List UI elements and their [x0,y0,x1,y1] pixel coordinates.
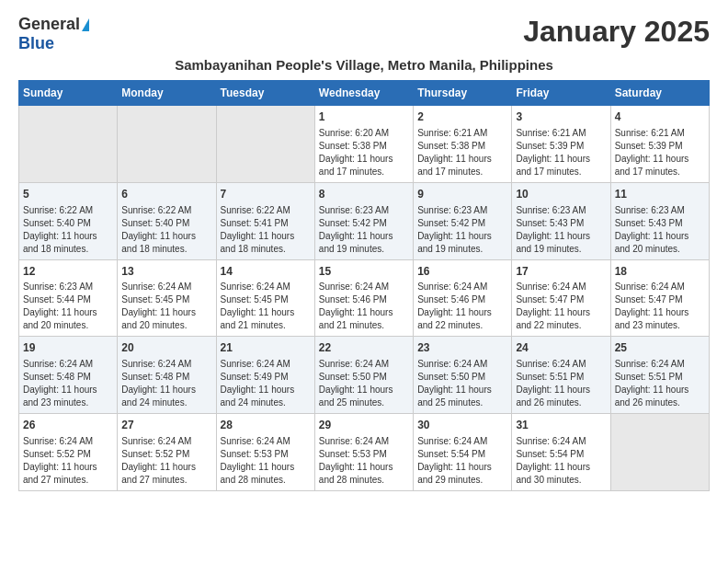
day-info: Sunrise: 6:21 AM Sunset: 5:39 PM Dayligh… [516,127,606,178]
calendar-cell: 21Sunrise: 6:24 AM Sunset: 5:49 PM Dayli… [216,337,314,414]
week-row-5: 26Sunrise: 6:24 AM Sunset: 5:52 PM Dayli… [19,414,710,491]
day-number: 4 [615,109,705,125]
calendar-cell: 20Sunrise: 6:24 AM Sunset: 5:48 PM Dayli… [118,337,216,414]
header: General Blue January 2025 [18,15,710,53]
day-number: 27 [121,418,211,433]
day-info: Sunrise: 6:24 AM Sunset: 5:46 PM Dayligh… [417,281,507,332]
day-info: Sunrise: 6:22 AM Sunset: 5:41 PM Dayligh… [221,204,311,256]
day-number: 28 [221,418,311,433]
location-title: Sambayanihan People's Village, Metro Man… [18,57,710,73]
day-info: Sunrise: 6:20 AM Sunset: 5:38 PM Dayligh… [319,127,409,178]
day-info: Sunrise: 6:22 AM Sunset: 5:40 PM Dayligh… [121,204,211,256]
day-number: 11 [615,187,705,202]
day-info: Sunrise: 6:21 AM Sunset: 5:38 PM Dayligh… [417,127,507,178]
day-number: 25 [615,340,705,356]
calendar-cell [118,106,216,183]
day-number: 15 [319,264,409,280]
day-number: 17 [516,264,606,280]
day-number: 10 [516,187,606,202]
day-header-saturday: Saturday [610,81,709,106]
day-info: Sunrise: 6:23 AM Sunset: 5:43 PM Dayligh… [615,204,705,256]
calendar-cell: 9Sunrise: 6:23 AM Sunset: 5:42 PM Daylig… [414,182,512,259]
calendar-cell: 18Sunrise: 6:24 AM Sunset: 5:47 PM Dayli… [610,259,709,337]
day-number: 1 [319,109,409,125]
day-info: Sunrise: 6:24 AM Sunset: 5:54 PM Dayligh… [516,435,606,487]
calendar-cell: 3Sunrise: 6:21 AM Sunset: 5:39 PM Daylig… [512,106,610,183]
week-row-2: 5Sunrise: 6:22 AM Sunset: 5:40 PM Daylig… [19,182,710,259]
calendar-cell: 10Sunrise: 6:23 AM Sunset: 5:43 PM Dayli… [512,182,610,259]
calendar-cell: 7Sunrise: 6:22 AM Sunset: 5:41 PM Daylig… [216,182,314,259]
logo-general-text: General [18,15,80,34]
logo-triangle-icon [82,18,89,31]
calendar-table: SundayMondayTuesdayWednesdayThursdayFrid… [18,80,710,491]
calendar-cell: 15Sunrise: 6:24 AM Sunset: 5:46 PM Dayli… [314,259,413,337]
calendar-cell: 16Sunrise: 6:24 AM Sunset: 5:46 PM Dayli… [414,259,512,337]
day-info: Sunrise: 6:24 AM Sunset: 5:54 PM Dayligh… [417,435,507,487]
calendar-cell: 27Sunrise: 6:24 AM Sunset: 5:52 PM Dayli… [118,414,216,491]
day-info: Sunrise: 6:24 AM Sunset: 5:47 PM Dayligh… [516,281,606,332]
calendar-cell: 12Sunrise: 6:23 AM Sunset: 5:44 PM Dayli… [19,259,118,337]
day-header-friday: Friday [512,81,610,106]
day-header-wednesday: Wednesday [314,81,413,106]
calendar-cell: 29Sunrise: 6:24 AM Sunset: 5:53 PM Dayli… [314,414,413,491]
day-number: 23 [417,340,507,356]
calendar-cell [19,106,118,183]
day-info: Sunrise: 6:24 AM Sunset: 5:46 PM Dayligh… [319,281,409,332]
calendar-cell: 14Sunrise: 6:24 AM Sunset: 5:45 PM Dayli… [216,259,314,337]
day-number: 31 [516,418,606,433]
calendar-cell: 13Sunrise: 6:24 AM Sunset: 5:45 PM Dayli… [118,259,216,337]
day-info: Sunrise: 6:24 AM Sunset: 5:48 PM Dayligh… [121,358,211,409]
day-info: Sunrise: 6:24 AM Sunset: 5:48 PM Dayligh… [23,358,113,409]
calendar-cell: 1Sunrise: 6:20 AM Sunset: 5:38 PM Daylig… [314,106,413,183]
calendar-cell: 24Sunrise: 6:24 AM Sunset: 5:51 PM Dayli… [512,337,610,414]
day-info: Sunrise: 6:24 AM Sunset: 5:52 PM Dayligh… [23,435,113,487]
day-info: Sunrise: 6:24 AM Sunset: 5:49 PM Dayligh… [221,358,311,409]
calendar-cell: 23Sunrise: 6:24 AM Sunset: 5:50 PM Dayli… [414,337,512,414]
calendar-cell: 5Sunrise: 6:22 AM Sunset: 5:40 PM Daylig… [19,182,118,259]
calendar-cell: 28Sunrise: 6:24 AM Sunset: 5:53 PM Dayli… [216,414,314,491]
day-number: 14 [221,264,311,280]
week-row-1: 1Sunrise: 6:20 AM Sunset: 5:38 PM Daylig… [19,106,710,183]
logo: General Blue [18,15,89,53]
day-number: 29 [319,418,409,433]
calendar-cell: 31Sunrise: 6:24 AM Sunset: 5:54 PM Dayli… [512,414,610,491]
logo-blue-text: Blue [18,34,54,53]
calendar-cell: 26Sunrise: 6:24 AM Sunset: 5:52 PM Dayli… [19,414,118,491]
day-number: 20 [121,340,211,356]
calendar-cell: 30Sunrise: 6:24 AM Sunset: 5:54 PM Dayli… [414,414,512,491]
day-info: Sunrise: 6:23 AM Sunset: 5:42 PM Dayligh… [417,204,507,256]
day-number: 9 [417,187,507,202]
calendar-cell [216,106,314,183]
calendar-cell: 19Sunrise: 6:24 AM Sunset: 5:48 PM Dayli… [19,337,118,414]
page: General Blue January 2025 Sambayanihan P… [0,0,728,506]
day-number: 3 [516,109,606,125]
day-number: 19 [23,340,113,356]
calendar-cell: 17Sunrise: 6:24 AM Sunset: 5:47 PM Dayli… [512,259,610,337]
day-info: Sunrise: 6:23 AM Sunset: 5:44 PM Dayligh… [23,281,113,332]
day-number: 6 [121,187,211,202]
day-number: 21 [221,340,311,356]
calendar-cell: 4Sunrise: 6:21 AM Sunset: 5:39 PM Daylig… [610,106,709,183]
calendar-cell: 2Sunrise: 6:21 AM Sunset: 5:38 PM Daylig… [414,106,512,183]
days-header-row: SundayMondayTuesdayWednesdayThursdayFrid… [19,81,710,106]
month-title: January 2025 [523,15,710,49]
day-info: Sunrise: 6:24 AM Sunset: 5:52 PM Dayligh… [121,435,211,487]
day-info: Sunrise: 6:24 AM Sunset: 5:51 PM Dayligh… [516,358,606,409]
day-info: Sunrise: 6:24 AM Sunset: 5:45 PM Dayligh… [121,281,211,332]
day-header-tuesday: Tuesday [216,81,314,106]
day-info: Sunrise: 6:21 AM Sunset: 5:39 PM Dayligh… [615,127,705,178]
day-number: 5 [23,187,113,202]
day-number: 2 [417,109,507,125]
day-number: 13 [121,264,211,280]
day-number: 22 [319,340,409,356]
week-row-4: 19Sunrise: 6:24 AM Sunset: 5:48 PM Dayli… [19,337,710,414]
day-info: Sunrise: 6:24 AM Sunset: 5:50 PM Dayligh… [417,358,507,409]
day-number: 16 [417,264,507,280]
calendar-cell: 6Sunrise: 6:22 AM Sunset: 5:40 PM Daylig… [118,182,216,259]
day-number: 7 [221,187,311,202]
calendar-cell: 8Sunrise: 6:23 AM Sunset: 5:42 PM Daylig… [314,182,413,259]
day-info: Sunrise: 6:22 AM Sunset: 5:40 PM Dayligh… [23,204,113,256]
day-info: Sunrise: 6:23 AM Sunset: 5:43 PM Dayligh… [516,204,606,256]
day-number: 18 [615,264,705,280]
day-info: Sunrise: 6:23 AM Sunset: 5:42 PM Dayligh… [319,204,409,256]
